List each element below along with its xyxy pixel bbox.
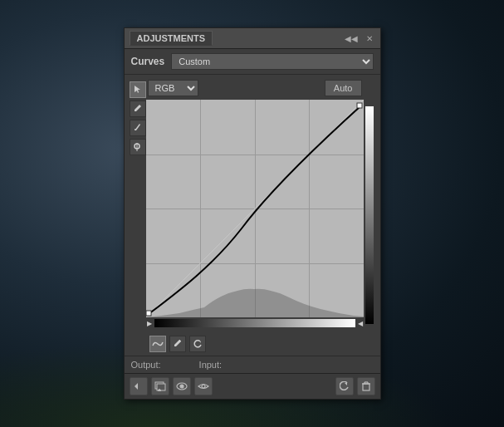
close-button[interactable]: ✕	[364, 33, 375, 44]
curves-graph[interactable]	[146, 100, 364, 317]
svg-point-11	[180, 385, 183, 388]
curves-header: Curves Custom Default Strong Contrast Li…	[125, 49, 380, 75]
side-tools	[364, 80, 375, 329]
svg-point-12	[202, 385, 205, 388]
curves-preset-select[interactable]: Custom Default Strong Contrast Linear Me…	[171, 53, 373, 70]
curves-svg	[146, 100, 364, 317]
gradient-left-arrow[interactable]: ▶	[146, 319, 153, 327]
gradient-bar-left	[365, 106, 374, 324]
gradient-right-arrow[interactable]: ◀	[357, 319, 364, 327]
svg-rect-4	[357, 103, 362, 108]
panel-titlebar: ADJUSTMENTS ◀◀ ✕	[125, 28, 380, 49]
curves-label: Curves	[131, 56, 165, 67]
collapse-button[interactable]: ◀◀	[342, 33, 360, 44]
pointer-tool[interactable]	[130, 81, 146, 98]
footer-right	[335, 377, 375, 395]
pencil-tool-1[interactable]	[130, 101, 146, 117]
pencil-tool-2[interactable]	[130, 120, 146, 136]
pencil-draw-tool[interactable]	[169, 336, 186, 352]
panel-controls-right: ◀◀ ✕	[342, 33, 375, 44]
curve-tool-row	[125, 334, 380, 356]
adjustments-tab[interactable]: ADJUSTMENTS	[130, 31, 213, 46]
gradient-bar-bottom	[154, 319, 355, 327]
channel-select[interactable]: RGB Red Green Blue	[148, 80, 198, 96]
tools-column	[130, 80, 146, 329]
view-button[interactable]	[194, 377, 213, 395]
reset-button[interactable]	[335, 377, 354, 395]
reset-curve-tool[interactable]	[189, 336, 206, 352]
svg-rect-7	[157, 384, 165, 390]
panel-footer	[125, 373, 380, 399]
eye-button[interactable]	[173, 377, 191, 395]
auto-button[interactable]: Auto	[325, 80, 362, 96]
graph-bottom-bar: ▶ ◀	[146, 317, 364, 329]
panel-title-left: ADJUSTMENTS	[130, 31, 213, 46]
delete-button[interactable]	[357, 377, 375, 395]
pencil-tool-3[interactable]	[130, 139, 146, 155]
output-input-row: Output: Input:	[125, 356, 380, 373]
new-layer-button[interactable]	[151, 377, 169, 395]
input-label: Input:	[199, 360, 223, 370]
main-content: RGB Red Green Blue Auto	[125, 75, 380, 334]
back-arrow-button[interactable]	[130, 377, 148, 395]
svg-rect-13	[363, 384, 369, 390]
svg-rect-3	[146, 311, 151, 316]
output-label: Output:	[131, 360, 161, 370]
adjustments-panel: ADJUSTMENTS ◀◀ ✕ Curves Custom Default S…	[124, 27, 381, 400]
graph-controls: RGB Red Green Blue Auto	[146, 80, 364, 96]
footer-left	[130, 377, 213, 395]
wave-tool[interactable]	[149, 336, 166, 352]
graph-area: RGB Red Green Blue Auto	[146, 80, 364, 329]
